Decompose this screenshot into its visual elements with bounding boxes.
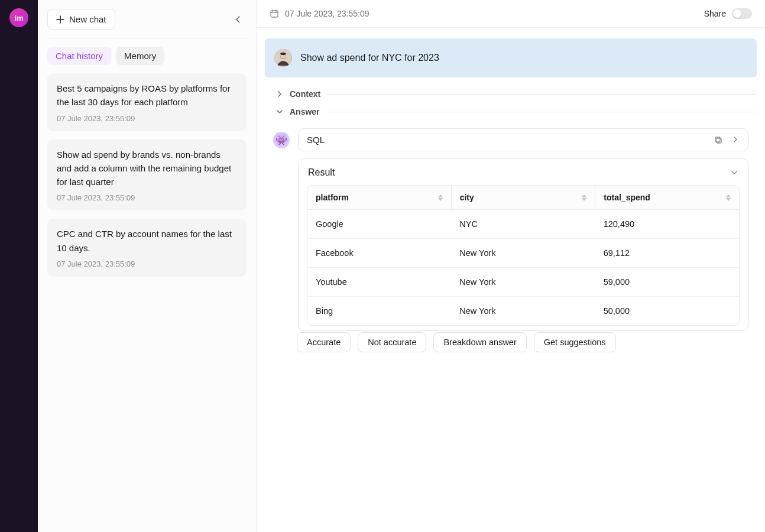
copy-icon — [714, 135, 723, 145]
cell-city: NYC — [451, 210, 595, 238]
not-accurate-button[interactable]: Not accurate — [358, 332, 426, 352]
main-header: 07 Jule 2023, 23:55:09 Share — [257, 0, 765, 28]
calendar-icon — [270, 9, 279, 18]
result-title: Result — [308, 167, 335, 178]
cell-platform: Youtube — [307, 268, 451, 296]
table-row: Google NYC 120,490 — [307, 210, 739, 239]
cell-city: New York — [451, 297, 595, 325]
collapse-result-button[interactable] — [730, 168, 738, 177]
history-item[interactable]: Best 5 campaigns by ROAS by platforms fo… — [47, 73, 247, 131]
column-label: city — [460, 193, 474, 202]
suggestions-button[interactable]: Get suggestions — [534, 332, 616, 352]
breakdown-label: Breakdown answer — [443, 338, 516, 347]
column-header-city[interactable]: city — [452, 186, 596, 209]
accurate-button[interactable]: Accurate — [297, 332, 351, 352]
user-query-bar: Show ad spend for NYC for 2023 — [265, 38, 757, 77]
table-row: Youtube New York 59,000 — [307, 268, 739, 297]
answer-label: Answer — [290, 107, 320, 116]
main-panel: 07 Jule 2023, 23:55:09 Share Show ad spe… — [257, 0, 765, 532]
history-item-title: Show ad spend by brands vs. non-brands a… — [57, 148, 237, 189]
suggestions-label: Get suggestions — [544, 338, 606, 347]
tab-chat-history[interactable]: Chat history — [47, 47, 111, 65]
table-row: Facebook New York 69,112 — [307, 239, 739, 268]
user-avatar — [274, 49, 292, 67]
history-item-timestamp: 07 Jule 2023, 23:55:09 — [57, 259, 237, 268]
result-card: Result platform — [298, 158, 748, 331]
collapse-sidebar-button[interactable] — [230, 11, 247, 28]
context-section-toggle[interactable]: Context — [275, 89, 757, 99]
share-toggle[interactable] — [732, 8, 752, 19]
arrow-left-icon — [233, 14, 244, 25]
sort-icon — [438, 194, 443, 201]
svg-rect-4 — [717, 138, 721, 143]
history-item[interactable]: CPC and CTR by account names for the las… — [47, 219, 247, 277]
divider — [326, 94, 757, 95]
cell-total-spend: 50,000 — [595, 297, 739, 325]
history-item-title: Best 5 campaigns by ROAS by platforms fo… — [57, 82, 237, 109]
cell-total-spend: 120,490 — [595, 210, 739, 238]
answer-section-toggle[interactable]: Answer — [275, 107, 757, 116]
not-accurate-label: Not accurate — [368, 338, 416, 347]
chevron-right-icon — [275, 90, 284, 98]
sort-icon — [582, 194, 586, 201]
chevron-down-icon — [730, 168, 738, 177]
cell-city: New York — [451, 268, 595, 296]
sql-label: SQL — [307, 135, 325, 145]
column-label: platform — [316, 193, 349, 202]
cell-platform: Google — [307, 210, 451, 238]
new-chat-button[interactable]: New chat — [47, 9, 115, 30]
history-item-title: CPC and CTR by account names for the las… — [57, 227, 237, 255]
new-chat-label: New chat — [69, 14, 106, 24]
chevron-right-icon — [731, 135, 740, 144]
cell-platform: Facebook — [307, 239, 451, 267]
sidebar: New chat Chat history Memory Best 5 camp… — [38, 0, 257, 532]
column-header-total-spend[interactable]: total_spend — [595, 186, 739, 209]
history-item[interactable]: Show ad spend by brands vs. non-brands a… — [47, 140, 247, 211]
cell-total-spend: 59,000 — [595, 268, 739, 296]
svg-rect-5 — [715, 137, 720, 142]
header-date: 07 Jule 2023, 23:55:09 — [285, 9, 369, 18]
nav-rail: im — [0, 0, 38, 532]
divider — [326, 112, 757, 112]
sql-card: SQL — [298, 128, 748, 151]
column-label: total_spend — [604, 193, 650, 202]
context-label: Context — [290, 89, 320, 99]
cell-platform: Bing — [307, 297, 451, 325]
bot-avatar: 👾 — [273, 132, 290, 148]
expand-sql-button[interactable] — [731, 135, 740, 145]
user-query-text: Show ad spend for NYC for 2023 — [300, 53, 439, 63]
cell-city: New York — [451, 239, 595, 267]
plus-icon — [56, 15, 64, 24]
accurate-label: Accurate — [307, 338, 341, 347]
svg-rect-0 — [271, 11, 278, 17]
tab-memory-label: Memory — [124, 51, 156, 61]
table-row: Bing New York 50,000 — [307, 297, 739, 325]
tab-chat-history-label: Chat history — [56, 51, 103, 61]
app-logo[interactable]: im — [9, 8, 28, 27]
logo-text: im — [14, 14, 23, 22]
sort-icon — [726, 194, 731, 201]
column-header-platform[interactable]: platform — [307, 186, 452, 209]
history-item-timestamp: 07 Jule 2023, 23:55:09 — [57, 193, 237, 202]
copy-sql-button[interactable] — [714, 135, 723, 145]
history-item-timestamp: 07 Jule 2023, 23:55:09 — [57, 114, 237, 123]
chevron-down-icon — [275, 108, 284, 116]
tab-memory[interactable]: Memory — [116, 47, 164, 65]
share-label: Share — [704, 9, 726, 18]
cell-total-spend: 69,112 — [595, 239, 739, 267]
result-table: platform city — [307, 185, 740, 326]
breakdown-button[interactable]: Breakdown answer — [433, 332, 526, 352]
feedback-row: Accurate Not accurate Breakdown answer G… — [265, 332, 757, 361]
